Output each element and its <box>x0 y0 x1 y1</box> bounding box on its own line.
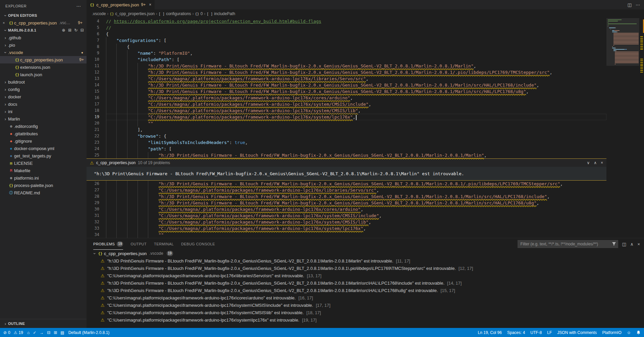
tree-folder-docker[interactable]: ›docker <box>0 93 87 100</box>
cursor-position[interactable]: Ln 19, Col 96 <box>478 330 502 335</box>
language-mode[interactable]: JSON with Comments <box>557 330 597 335</box>
code-line-13[interactable]: 13"C:/Users/magna/.platformio/packages/f… <box>87 76 606 82</box>
line-number[interactable]: 26 <box>87 181 106 187</box>
problems-file-group[interactable]: › {} c_cpp_properties.json .vscode 19 <box>87 250 644 257</box>
code-line-12[interactable]: 12"h:/3D Print/Genuis Firmware - BLtouch… <box>87 69 606 76</box>
code-line-20[interactable]: 20"" <box>87 120 606 127</box>
path-link[interactable]: "C:/Users/magna/.platformio/packages/fra… <box>148 102 368 107</box>
breadcrumb-item-.vscode[interactable]: .vscode <box>92 11 106 16</box>
code-line-31[interactable]: 31"C:/Users/magna/.platformio/packages/f… <box>87 212 606 219</box>
code-line-22[interactable]: 22"browse": { <box>87 133 606 139</box>
code-line-6[interactable]: 6{ <box>87 31 606 37</box>
code-line-15[interactable]: 15"h:/3D Print/Genuis Firmware - BLtouch… <box>87 88 606 95</box>
line-number[interactable]: 23 <box>87 139 106 146</box>
serial-monitor-icon[interactable]: ⊞ <box>54 330 57 335</box>
tree-file-.gitattributes[interactable]: ◆.gitattributes <box>0 130 87 137</box>
problems-filter-input[interactable] <box>518 240 618 248</box>
open-in-editor-icon[interactable]: ◫ <box>622 242 626 247</box>
line-number[interactable]: 22 <box>87 133 106 139</box>
close-icon[interactable]: × <box>601 160 603 165</box>
breadcrumb-item-includePath[interactable]: [ ]includePath <box>207 11 235 16</box>
maximize-panel-icon[interactable]: ∧ <box>630 242 634 247</box>
tree-folder-buildroot[interactable]: ›buildroot <box>0 78 87 86</box>
tree-file-README.md[interactable]: ⓘREADME.md <box>0 189 87 196</box>
line-number[interactable]: 33 <box>87 225 106 232</box>
code-line-30[interactable]: 30"C:/Users/magna/.platformio/packages/f… <box>87 206 606 212</box>
new-file-icon[interactable]: ⊕ <box>62 28 65 33</box>
path-link[interactable]: "C:/Users/magna/.platformio/packages/fra… <box>148 76 366 82</box>
breadcrumb-item-c_cpp_properties.json[interactable]: {}c_cpp_properties.json <box>110 11 154 16</box>
code-line-18[interactable]: 18"C:/Users/magna/.platformio/packages/f… <box>87 107 606 114</box>
tree-file-c_cpp_properties.json[interactable]: {}c_cpp_properties.json9+ <box>0 56 87 63</box>
tree-folder-docs[interactable]: ›docs <box>0 100 87 108</box>
line-number[interactable]: 7 <box>87 37 106 44</box>
path-link[interactable]: "C:/Users/magna/.platformio/packages/fra… <box>148 95 350 101</box>
code-line-17[interactable]: 17"C:/Users/magna/.platformio/packages/f… <box>87 101 606 107</box>
build-icon[interactable]: ✓ <box>33 330 36 335</box>
tree-file-launch.json[interactable]: {}launch.json <box>0 71 87 78</box>
line-number[interactable]: 9 <box>87 50 106 56</box>
line-number[interactable]: 25 <box>87 152 106 158</box>
peek-body[interactable]: "h:\3D Print\Genuis Firmware - BLtouch F… <box>87 167 606 180</box>
close-editor-icon[interactable]: × <box>3 21 8 25</box>
problem-item[interactable]: ⚠"h:\3D Print\Genuis Firmware - BLtouch … <box>87 257 644 264</box>
problems-status[interactable]: ⊘ 0 ⚠ 19 <box>3 330 23 335</box>
code-line-29[interactable]: 29"h:/3D Print/Genuis Firmware - BLtouch… <box>87 200 606 206</box>
tree-file-docker-compose.yml[interactable]: ◈docker-compose.yml <box>0 145 87 152</box>
home-icon[interactable]: ⌂ <box>27 330 30 335</box>
refresh-explorer-icon[interactable]: ↻ <box>74 28 77 33</box>
tab-c-cpp-properties[interactable]: {} c_cpp_properties.json 9+ × <box>87 0 155 9</box>
code-line-25[interactable]: 25"h:/3D Print/Genuis Firmware - BLtouch… <box>87 152 606 158</box>
problem-item[interactable]: ⚠"h:\3D Print\Genuis Firmware - BLtouch … <box>87 287 644 294</box>
encoding[interactable]: UTF-8 <box>530 330 542 335</box>
terminal-icon[interactable]: ▤ <box>60 330 64 335</box>
line-number[interactable]: 16 <box>87 95 106 101</box>
tree-file-extensions.json[interactable]: {}extensions.json <box>0 63 87 71</box>
problem-item[interactable]: ⚠"h:\3D Print\Genuis Firmware - BLtouch … <box>87 264 644 272</box>
explorer-more-actions-icon[interactable]: ⋯ <box>76 3 81 9</box>
line-number[interactable]: 14 <box>87 82 106 88</box>
code-line-34[interactable]: 34"" <box>87 232 606 238</box>
tree-folder-.pio[interactable]: ›.pio <box>0 41 87 49</box>
line-number[interactable]: 34 <box>87 232 106 238</box>
code-line-9[interactable]: 9"name": "PlatformIO", <box>87 50 606 56</box>
panel-tab-problems[interactable]: PROBLEMS19 <box>93 238 123 250</box>
tree-folder-.vscode[interactable]: ›.vscode● <box>0 49 87 56</box>
tree-file-get_test_targets.py[interactable]: ❖get_test_targets.py <box>0 152 87 159</box>
overview-ruler[interactable] <box>639 18 644 238</box>
line-number[interactable]: 11 <box>87 63 106 69</box>
filter-icon[interactable] <box>612 242 616 247</box>
path-link[interactable]: "h:/3D Print/Genuis Firmware - BLtouch F… <box>159 200 537 206</box>
path-link[interactable]: "C:/Users/magna/.platformio/packages/fra… <box>159 220 369 225</box>
line-number[interactable]: 31 <box>87 212 106 219</box>
path-link[interactable]: "C:/Users/magna/.platformio/packages/fra… <box>159 213 379 219</box>
path-link[interactable]: "h:/3D Print/Genuis Firmware - BLtouch F… <box>148 89 526 94</box>
open-editor-item[interactable]: × {} c_cpp_properties.json .vscode 9+ <box>0 19 87 27</box>
tree-folder-.github[interactable]: ›.github <box>0 34 87 41</box>
code-area[interactable]: 4// https://docs.platformio.org/page/pro… <box>87 18 606 238</box>
close-panel-icon[interactable]: × <box>637 242 640 247</box>
line-number[interactable]: 10 <box>87 56 106 63</box>
line-number[interactable]: 13 <box>87 76 106 82</box>
code-line-8[interactable]: 8{ <box>87 44 606 50</box>
problem-item[interactable]: ⚠"C:\Users\magna\.platformio\packages\fr… <box>87 301 644 309</box>
path-link[interactable]: "C:/Users/magna/.platformio/packages/fra… <box>159 188 377 193</box>
code-line-32[interactable]: 32"C:/Users/magna/.platformio/packages/f… <box>87 219 606 225</box>
tree-folder-Marlin[interactable]: ›Marlin <box>0 115 87 123</box>
upload-icon[interactable]: → <box>40 330 44 335</box>
line-number[interactable]: 12 <box>87 69 106 76</box>
line-number[interactable]: 29 <box>87 200 106 206</box>
tree-folder-config[interactable]: ›config <box>0 86 87 93</box>
tree-file-.editorconfig[interactable]: ⚙.editorconfig <box>0 123 87 130</box>
tree-folder-ini[interactable]: ›ini <box>0 108 87 115</box>
code-line-33[interactable]: 33"C:/Users/magna/.platformio/packages/f… <box>87 225 606 232</box>
line-number[interactable]: 19 <box>87 114 106 120</box>
path-link[interactable]: "h:/3D Print/Genuis Firmware - BLtouch F… <box>148 70 549 75</box>
breadcrumb-item-0[interactable]: {}0 <box>195 11 203 16</box>
path-link[interactable]: "C:/Users/magna/.platformio/packages/fra… <box>148 108 358 113</box>
platformio-home[interactable]: PlatformIO <box>602 330 621 335</box>
tree-file-process-palette.json[interactable]: {}process-palette.json <box>0 182 87 189</box>
outline-header[interactable]: › OUTLINE <box>0 319 87 328</box>
code-line-4[interactable]: 4// https://docs.platformio.org/page/pro… <box>87 18 606 25</box>
chevron-down-icon[interactable]: ∨ <box>587 160 590 165</box>
